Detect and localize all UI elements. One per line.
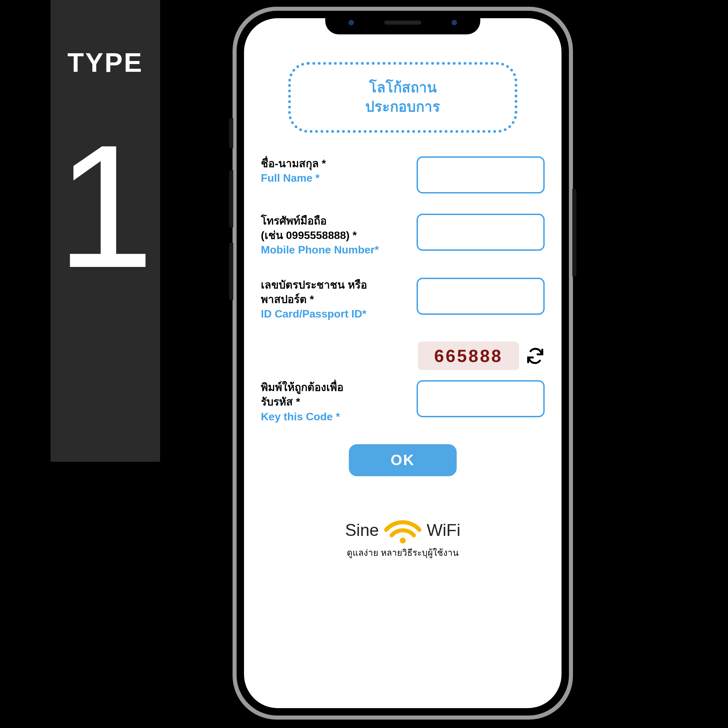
idcard-labels: เลขบัตรประชาชน หรือ พาสปอร์ต * ID Card/P… <box>261 278 406 321</box>
notch-speaker-icon <box>384 21 421 24</box>
phone-label-th1: โทรศัพท์มือถือ <box>261 214 406 228</box>
field-row-fullname: ชื่อ-นามสกุล * Full Name * <box>261 156 544 193</box>
type-number: 1 <box>57 119 154 294</box>
brand-tagline: ดูแลง่าย หลายวิธีระบุผู้ใช้งาน <box>347 546 458 560</box>
captcha-label-th2: รับรหัส * <box>261 395 406 409</box>
logo-line2: ประกอบการ <box>366 97 440 116</box>
captcha-labels: พิมพ์ให้ถูกต้องเพื่อ รับรหัส * Key this … <box>261 380 406 424</box>
svg-point-0 <box>400 538 406 544</box>
phone-volume-up-button <box>229 170 233 228</box>
field-row-phone: โทรศัพท์มือถือ (เช่น 0995558888) * Mobil… <box>261 214 544 257</box>
fullname-input[interactable] <box>417 156 544 193</box>
captcha-input[interactable] <box>417 380 544 417</box>
brand-name-left: Sine <box>345 520 379 540</box>
field-row-idcard: เลขบัตรประชาชน หรือ พาสปอร์ต * ID Card/P… <box>261 278 544 321</box>
notch-sensor-icon <box>349 20 354 25</box>
idcard-input[interactable] <box>417 278 544 315</box>
phone-frame: โลโก้สถาน ประกอบการ ชื่อ-นามสกุล * Full … <box>232 7 573 720</box>
fullname-labels: ชื่อ-นามสกุล * Full Name * <box>261 156 406 185</box>
phone-power-button <box>572 189 577 276</box>
phone-labels: โทรศัพท์มือถือ (เช่น 0995558888) * Mobil… <box>261 214 406 257</box>
phone-frame-inner: โลโก้สถาน ประกอบการ ชื่อ-นามสกุล * Full … <box>237 11 569 716</box>
fullname-label-en: Full Name * <box>261 171 406 185</box>
phone-notch <box>325 11 480 34</box>
captcha-label-en: Key this Code * <box>261 410 406 424</box>
field-row-captcha: พิมพ์ให้ถูกต้องเพื่อ รับรหัส * Key this … <box>261 380 544 424</box>
phone-label-en: Mobile Phone Number* <box>261 243 406 257</box>
brand-row: Sine WiFi <box>345 517 460 544</box>
phone-volume-down-button <box>229 243 233 300</box>
wifi-icon <box>384 517 421 544</box>
phone-label-th2: (เช่น 0995558888) * <box>261 228 406 243</box>
captcha-area: 665888 <box>261 341 544 370</box>
type-sidebar: TYPE 1 <box>50 0 160 462</box>
captcha-label-th1: พิมพ์ให้ถูกต้องเพื่อ <box>261 380 406 395</box>
brand-area: Sine WiFi ดูแลง่าย หลายวิธีระบุผู้ใช้งาน <box>261 517 544 560</box>
captcha-code-display: 665888 <box>418 341 519 370</box>
type-label: TYPE <box>67 47 143 78</box>
idcard-label-th1: เลขบัตรประชาชน หรือ <box>261 278 406 292</box>
logo-line1: โลโก้สถาน <box>369 78 437 97</box>
fullname-label-th: ชื่อ-นามสกุล * <box>261 156 406 171</box>
phone-screen: โลโก้สถาน ประกอบการ ชื่อ-นามสกุล * Full … <box>244 18 561 708</box>
idcard-label-th2: พาสปอร์ต * <box>261 292 406 307</box>
idcard-label-en: ID Card/Passport ID* <box>261 307 406 321</box>
phone-side-button <box>229 118 233 148</box>
business-logo-placeholder: โลโก้สถาน ประกอบการ <box>288 62 517 133</box>
notch-camera-icon <box>452 20 457 25</box>
brand-name-right: WiFi <box>427 520 460 540</box>
refresh-captcha-icon[interactable] <box>526 346 544 366</box>
ok-button[interactable]: OK <box>349 444 457 476</box>
phone-input[interactable] <box>417 214 544 251</box>
